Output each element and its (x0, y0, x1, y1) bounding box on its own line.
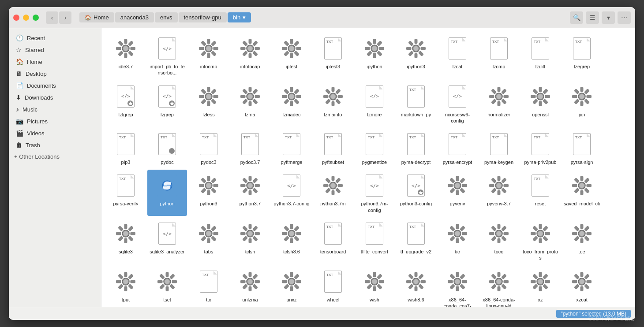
list-item[interactable]: TXT pip3 (106, 128, 146, 168)
list-item[interactable]: x86_64-conda_cos7-linu... (438, 266, 477, 307)
list-item[interactable]: ipython3 (396, 33, 436, 79)
list-item[interactable]: wish (355, 266, 394, 307)
list-item[interactable]: </> ncursesw6-config (438, 81, 477, 127)
list-item[interactable]: TXT ttx (189, 266, 228, 307)
list-item[interactable]: ipython (355, 33, 394, 79)
list-item[interactable]: idle3.7 (106, 33, 146, 79)
list-item[interactable]: tclsh (230, 218, 270, 264)
list-item[interactable]: xz (520, 266, 560, 307)
list-item[interactable]: toe (562, 218, 602, 264)
list-item[interactable]: tic (438, 218, 477, 264)
list-item[interactable]: saved_model_cli (562, 170, 602, 216)
list-item[interactable]: TXT markdown_py (396, 81, 436, 127)
list-item[interactable]: TXT tensorboard (313, 218, 353, 264)
view-dropdown-button[interactable]: ▾ (602, 11, 615, 24)
list-item[interactable]: unxz (272, 266, 311, 307)
list-item[interactable]: </> python3-config (396, 170, 436, 216)
list-item[interactable]: normalizer (479, 81, 519, 127)
list-item[interactable]: TXT pyrsa-decrypt (396, 128, 436, 168)
list-item[interactable]: </> lzgrep (147, 81, 187, 127)
list-item[interactable]: TXT lzcmp (479, 33, 519, 79)
list-item[interactable]: xzcat (562, 266, 602, 307)
sidebar-item-downloads[interactable]: ⬇ Downloads (11, 92, 99, 103)
list-item[interactable]: TXT wheel (313, 266, 353, 307)
svg-rect-114 (543, 99, 548, 104)
list-item[interactable]: tclsh8.6 (272, 218, 311, 264)
list-item[interactable]: lzmadec (272, 81, 311, 127)
list-item[interactable]: </> import_pb_to_tensorbo... (147, 33, 187, 79)
list-item[interactable]: wish8.6 (396, 266, 436, 307)
list-item[interactable]: python3.7 (230, 170, 270, 216)
list-item[interactable]: TXT pydoc3.7 (230, 128, 270, 168)
list-item[interactable]: TXT lzegrep (562, 33, 602, 79)
sidebar-item-home[interactable]: 🏠 Home (11, 56, 99, 67)
back-button[interactable]: ‹ (46, 11, 58, 24)
breadcrumb-tensorflow[interactable]: tensorflow-gpu (179, 12, 227, 22)
list-item[interactable]: toco (479, 218, 519, 264)
list-item[interactable]: </> python3.7m-config (355, 170, 394, 216)
list-item[interactable]: TXT pyrsa-sign (562, 128, 602, 168)
list-item[interactable]: TXT pydoc3 (189, 128, 228, 168)
sidebar-item-trash[interactable]: 🗑 Trash (11, 139, 99, 151)
list-item[interactable]: </> python3.7-config (272, 170, 311, 216)
list-item[interactable]: sqlite3 (106, 218, 146, 264)
forward-button[interactable]: › (59, 11, 71, 24)
search-button[interactable]: 🔍 (570, 11, 583, 24)
list-item[interactable]: lzma (230, 81, 270, 127)
list-item[interactable]: unlzma (230, 266, 270, 307)
list-item[interactable]: tput (106, 266, 146, 307)
breadcrumb-envs[interactable]: envs (155, 12, 177, 22)
breadcrumb-anaconda3[interactable]: anaconda3 (115, 12, 154, 22)
list-item[interactable]: TXT lzdiff (520, 33, 560, 79)
list-item[interactable]: TXT pyftmerge (272, 128, 311, 168)
breadcrumb-bin[interactable]: bin ▾ (228, 12, 251, 22)
list-item[interactable]: tabs (189, 218, 228, 264)
list-item[interactable]: infocmp (189, 33, 228, 79)
list-item[interactable]: python (147, 170, 187, 216)
list-item[interactable]: TXT tf_upgrade_v2 (396, 218, 436, 264)
list-item[interactable]: </> lzmore (355, 81, 394, 127)
list-item[interactable]: pyvenv (438, 170, 477, 216)
list-item[interactable]: TXT iptest3 (313, 33, 353, 79)
sidebar-item-music[interactable]: ♪ Music (11, 104, 99, 115)
minimize-button[interactable] (23, 15, 29, 21)
list-item[interactable]: pyvenv-3.7 (479, 170, 519, 216)
list-item[interactable]: TXT pyrsa-encrypt (438, 128, 477, 168)
close-button[interactable] (13, 15, 19, 21)
list-item[interactable]: iptest (272, 33, 311, 79)
list-item[interactable]: TXT reset (520, 170, 560, 216)
list-item[interactable]: python3.7m (313, 170, 353, 216)
list-item[interactable]: TXT pyrsa-priv2pub (520, 128, 560, 168)
sidebar-item-pictures[interactable]: 📷 Pictures (11, 115, 99, 127)
list-item[interactable]: tset (147, 266, 187, 307)
sidebar-item-videos[interactable]: 🎬 Videos (11, 127, 99, 139)
sidebar-item-other-locations[interactable]: + Other Locations (9, 151, 101, 162)
list-item[interactable]: TXT pygmentize (355, 128, 394, 168)
sidebar-item-recent[interactable]: 🕐 Recent (11, 32, 99, 44)
list-item[interactable]: python3 (189, 170, 228, 216)
list-item[interactable]: x86_64-conda-linux-gnu-ld (479, 266, 519, 307)
list-item[interactable]: TXT lzcat (438, 33, 477, 79)
list-item[interactable]: toco_from_protos (520, 218, 560, 264)
list-item[interactable]: TXT pyrsa-verify (106, 170, 146, 216)
list-item[interactable]: TXT pydoc (147, 128, 187, 168)
file-area[interactable]: idle3.7 </> import_pb_to_tensorbo... inf… (101, 28, 635, 307)
list-item[interactable]: TXT pyftsubset (313, 128, 353, 168)
list-item[interactable]: </> lzfgrep (106, 81, 146, 127)
list-item[interactable]: openssl (520, 81, 560, 127)
list-item[interactable]: TXT tflite_convert (355, 218, 394, 264)
sidebar-item-starred[interactable]: ☆ Starred (11, 44, 99, 56)
list-item[interactable]: infotocap (230, 33, 270, 79)
list-item[interactable]: pip (562, 81, 602, 127)
list-item[interactable]: TXT pyrsa-keygen (479, 128, 519, 168)
more-options-button[interactable]: ⋯ (618, 11, 631, 24)
list-item[interactable]: lzless (189, 81, 228, 127)
file-icon (280, 83, 303, 110)
view-button[interactable]: ☰ (586, 11, 599, 24)
sidebar-item-desktop[interactable]: 🖥 Desktop (11, 68, 99, 79)
maximize-button[interactable] (33, 15, 39, 21)
list-item[interactable]: lzmainfo (313, 81, 353, 127)
list-item[interactable]: </> sqlite3_analyzer (147, 218, 187, 264)
sidebar-item-documents[interactable]: 📄 Documents (11, 80, 99, 91)
breadcrumb-home[interactable]: 🏠 Home (79, 12, 114, 22)
